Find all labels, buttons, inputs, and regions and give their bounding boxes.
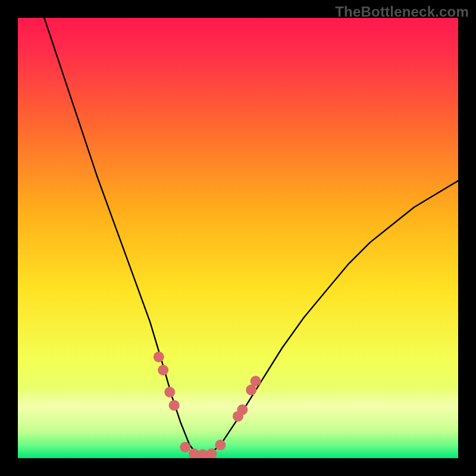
marker-dot <box>237 405 248 415</box>
marker-dot <box>154 352 164 362</box>
bottleneck-plot <box>18 18 458 458</box>
marker-dot <box>164 387 175 397</box>
marker-group <box>154 352 261 458</box>
chart-area <box>18 18 458 458</box>
marker-dot <box>169 400 180 411</box>
watermark-text: TheBottleneck.com <box>335 4 469 20</box>
marker-dot <box>250 376 261 387</box>
marker-dot <box>215 440 226 450</box>
marker-dot <box>180 442 190 453</box>
marker-dot <box>158 365 168 375</box>
